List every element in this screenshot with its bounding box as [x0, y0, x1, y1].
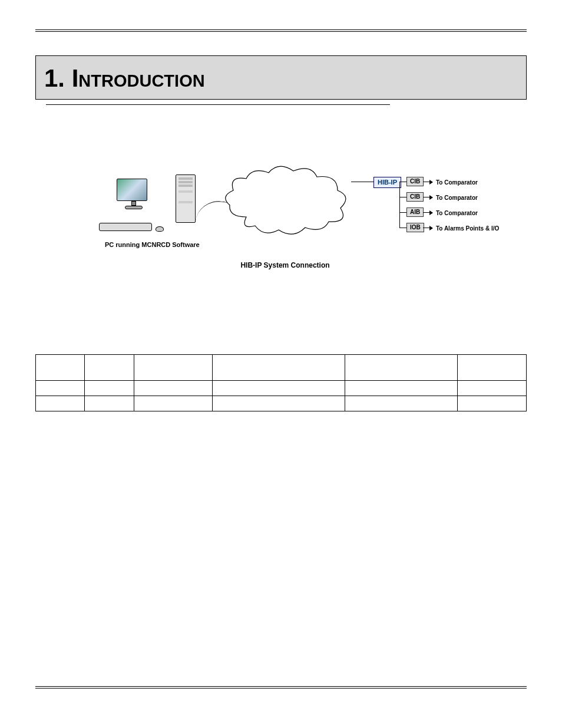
arrow-icon — [423, 228, 432, 228]
link-line-2 — [351, 182, 375, 182]
mount-para-wrap: The 8000-series unit is mechanically and… — [35, 422, 527, 443]
versions-table: Version Type IP Addressing Ethernet Conn… — [35, 354, 527, 411]
dest-label: To Comparator — [436, 209, 478, 218]
network-cloud-icon — [223, 164, 352, 241]
module-box-iob: IOB — [406, 223, 424, 232]
bus-line — [399, 182, 400, 228]
pc-caption: PC running MCNRCD Software — [105, 241, 200, 249]
keyboard-icon — [99, 223, 152, 231]
arrow-icon — [423, 212, 432, 213]
hib-ip-box: HIB-IP — [373, 177, 401, 188]
col-ip: IP Addressing — [134, 354, 212, 380]
module-box-cib: CIB — [406, 177, 424, 186]
versions-intro-wrap: This manual covers the HIB-IP family of … — [35, 337, 527, 347]
col-version: Version — [36, 354, 85, 380]
table-row: HIB-IP Legacy Static 10Base-T RJ45 / AUI… — [36, 380, 527, 396]
arrow-icon — [423, 182, 432, 182]
mouse-icon — [156, 226, 164, 232]
table-header-row: Version Type IP Addressing Ethernet Conn… — [36, 354, 527, 380]
page-footer: CTI Products, Inc. HIB-IP Hardware Refer… — [35, 686, 527, 701]
body-content: The HIB-IP unit is a hardware module tha… — [35, 119, 527, 307]
pc-tower-icon — [176, 174, 196, 223]
dest-label: To Alarms Points & I/O — [436, 225, 499, 233]
chapter-title: 1. Introduction — [44, 62, 518, 95]
col-network: Network Port — [458, 354, 527, 380]
dest-label: To Comparator — [436, 194, 478, 202]
top-rule — [35, 29, 527, 32]
pc-monitor-icon — [117, 179, 151, 209]
dest-label: To Comparator — [436, 179, 478, 187]
module-box-aib: AIB — [406, 207, 424, 217]
col-ethernet: Ethernet Connector — [212, 354, 345, 380]
col-config: Configuration Port — [345, 354, 458, 380]
chapter-title-box: 1. Introduction — [35, 55, 527, 100]
table-row: HIB-IP 8000 8000 Static 10/100 RJ45 Fron… — [36, 396, 527, 411]
arrow-icon — [423, 197, 432, 197]
col-type: Type — [85, 354, 134, 380]
title-underline — [46, 104, 390, 105]
module-box-cib: CIB — [406, 192, 424, 202]
system-diagram: PC running MCNRCD Software HIB-IP CIB CI… — [46, 164, 524, 270]
bottom-rule — [35, 686, 527, 689]
